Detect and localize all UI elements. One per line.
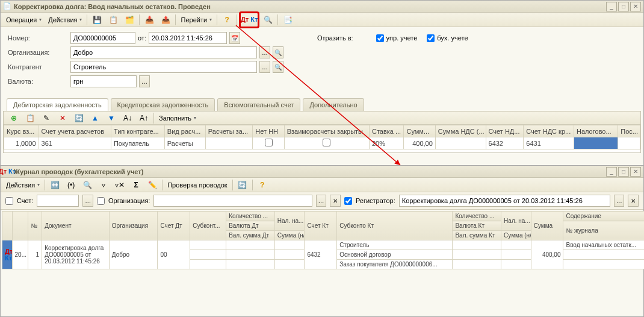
closed-checkbox[interactable] — [323, 139, 330, 146]
close-button[interactable]: ✕ — [630, 2, 641, 11]
tab-debit[interactable]: Дебиторская задолженность — [7, 98, 108, 111]
reg-clear-button[interactable]: ✕ — [628, 195, 639, 207]
col-sum[interactable]: Сумм... — [404, 125, 435, 137]
account-filter-checkbox[interactable] — [5, 197, 13, 205]
refresh-row-button[interactable]: 🔄 — [71, 112, 87, 124]
currency-select-button[interactable]: … — [139, 75, 150, 87]
contr-select-button[interactable]: … — [259, 61, 270, 73]
col-tax[interactable]: Налогово... — [574, 125, 618, 137]
col-contr-type[interactable]: Тип контраге... — [111, 125, 164, 137]
sort-desc-button[interactable]: A↑ — [136, 112, 152, 124]
col-acc-dt[interactable]: Счет Дт — [158, 212, 190, 240]
help-button[interactable]: ? — [219, 14, 235, 26]
find-button[interactable]: 🔍 — [260, 14, 276, 26]
col-org[interactable]: Организация — [109, 212, 158, 240]
actions-menu[interactable]: Действия▾ — [45, 14, 85, 26]
print-button[interactable]: 📑 — [280, 14, 296, 26]
tab-aux[interactable]: Вспомогательный счет — [217, 98, 300, 111]
goto-menu[interactable]: Перейти▾ — [178, 14, 215, 26]
up-button[interactable]: ▲ — [87, 112, 103, 124]
reg-filter-input[interactable] — [399, 195, 610, 207]
col-rate-vat[interactable]: Ставка ... — [369, 125, 404, 137]
save-button[interactable]: 🗂️ — [122, 14, 137, 26]
ok-button[interactable]: 📋 — [105, 14, 121, 26]
table-row[interactable]: 1,0000 361 Покупатель Расчеты 20% 400,00… — [4, 137, 640, 149]
copy-row-button[interactable]: 📋 — [22, 112, 38, 124]
down-button[interactable]: ▼ — [104, 112, 119, 124]
reg-select-button[interactable]: … — [614, 195, 625, 207]
col-acc-vat-cr[interactable]: Счет НДС кр... — [524, 125, 574, 137]
contr-input[interactable] — [70, 61, 257, 73]
org-select-button[interactable]: … — [259, 46, 270, 58]
tab-extra[interactable]: Дополнительно — [303, 98, 364, 111]
col-subk-dt[interactable]: Субконт... — [190, 212, 226, 240]
help-button[interactable]: ? — [255, 179, 270, 191]
buh-checkbox[interactable]: бух. учете — [427, 34, 468, 42]
tab-credit[interactable]: Кредиторская задолженность — [111, 98, 215, 111]
refresh-button[interactable]: ↔️ — [47, 179, 63, 191]
col-tax-dt[interactable]: Нал. на... — [274, 212, 305, 231]
close-button[interactable]: ✕ — [630, 167, 641, 177]
date-input[interactable] — [149, 32, 227, 44]
number-input[interactable] — [70, 32, 135, 44]
org-select-button[interactable]: … — [316, 195, 327, 207]
col-tax-kt[interactable]: Нал. на... — [501, 212, 531, 231]
col-account[interactable]: Счет учета расчетов — [39, 125, 111, 137]
report-button[interactable]: 📤 — [158, 14, 173, 26]
col-num[interactable]: № — [28, 212, 42, 240]
fill-menu[interactable]: Заполнить▾ — [156, 112, 199, 124]
col-qty-kt[interactable]: Количество ... — [453, 212, 501, 221]
sort-asc-button[interactable]: A↓ — [120, 112, 135, 124]
funnel1-button[interactable]: ▿ — [96, 179, 111, 191]
debit-grid[interactable]: Курс вз... Счет учета расчетов Тип контр… — [4, 125, 640, 149]
org-open-button[interactable]: 🔍 — [273, 46, 283, 58]
basis-button[interactable]: 📥 — [141, 14, 157, 26]
operation-menu[interactable]: Операция▾ — [3, 14, 45, 26]
funnel2-button[interactable]: ▿✕ — [112, 179, 128, 191]
manual-button[interactable]: ✏️ — [144, 179, 160, 191]
table-row[interactable]: ДтКт 20... 11... 1 Корректировка долга Д… — [2, 240, 645, 250]
actions-menu[interactable]: Действия▾ — [3, 179, 43, 191]
col-sum[interactable]: Сумма — [531, 212, 563, 240]
account-filter-input[interactable] — [37, 195, 79, 207]
col-calc-type[interactable]: Вид расч... — [164, 125, 205, 137]
col-calc-for[interactable]: Расчеты за... — [205, 125, 252, 137]
upr-checkbox[interactable]: упр. учете — [376, 34, 418, 42]
refresh2-button[interactable]: 🔄 — [235, 179, 250, 191]
no-nn-checkbox[interactable] — [265, 139, 273, 146]
delete-row-button[interactable]: ✕ — [55, 112, 70, 124]
col-sum-vat[interactable]: Сумма НДС (... — [435, 125, 486, 137]
col-period[interactable] — [12, 212, 28, 240]
currency-input[interactable] — [70, 75, 137, 87]
edit-row-button[interactable]: ✎ — [39, 112, 54, 124]
col-doc[interactable]: Документ — [42, 212, 110, 240]
account-select-button[interactable]: … — [82, 195, 93, 207]
journal-grid[interactable]: № Документ Организация Счет Дт Субконт..… — [2, 211, 644, 269]
maximize-button[interactable]: □ — [618, 167, 629, 177]
col-no-nn[interactable]: Нет НН — [253, 125, 284, 137]
sum-button[interactable]: Σ — [128, 179, 144, 191]
add-row-button[interactable]: ⊕ — [6, 112, 22, 124]
col-closed[interactable]: Взаиморасчеты закрыты — [284, 125, 369, 137]
org-filter-input[interactable] — [153, 195, 312, 207]
org-clear-button[interactable]: ✕ — [330, 195, 341, 207]
find-button[interactable]: 🔍 — [79, 179, 95, 191]
col-rate[interactable]: Курс вз... — [4, 125, 39, 137]
maximize-button[interactable]: □ — [618, 2, 629, 11]
col-acc-vat[interactable]: Счет НД... — [486, 125, 524, 137]
col-content[interactable]: Содержание — [563, 212, 644, 221]
col-pos[interactable]: Пос... — [618, 125, 640, 137]
dtkt-button[interactable]: Дт Кт — [241, 14, 257, 26]
check-entries-button[interactable]: Проверка проводок — [164, 179, 230, 191]
calendar-button[interactable]: 📅 — [229, 32, 240, 44]
col-qty-dt[interactable]: Количество ... — [226, 212, 275, 221]
minimize-button[interactable]: _ — [606, 167, 617, 177]
org-input[interactable] — [70, 46, 257, 58]
org-filter-checkbox[interactable] — [97, 197, 105, 205]
col-subk-kt[interactable]: Субконто Кт — [337, 212, 453, 240]
reg-filter-checkbox[interactable] — [344, 197, 352, 205]
post-button[interactable]: 💾 — [89, 14, 105, 26]
minimize-button[interactable]: _ — [606, 2, 617, 11]
col-acc-kt[interactable]: Счет Кт — [305, 212, 337, 240]
contr-open-button[interactable]: 🔍 — [273, 61, 283, 73]
